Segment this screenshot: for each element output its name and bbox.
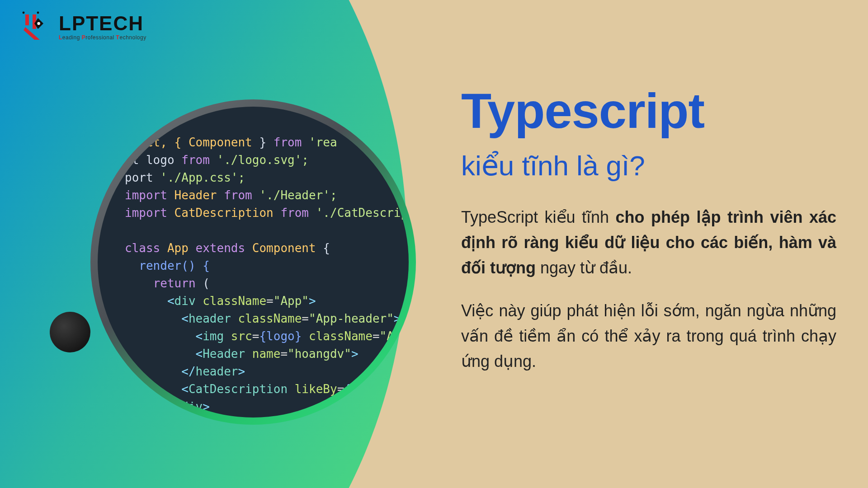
- decorative-dot: [50, 312, 90, 352]
- svg-point-5: [23, 12, 25, 14]
- paragraph-1: TypeScript kiểu tĩnh cho phép lập trình …: [461, 205, 836, 280]
- logo-text: LPTECH Leading Professional Technology: [59, 14, 146, 41]
- brand-logo: LPTECH Leading Professional Technology: [18, 9, 146, 45]
- heading-sub: kiểu tĩnh là gì?: [461, 149, 836, 182]
- brand-name: LPTECH: [59, 14, 146, 33]
- code-text: React, { Component } from 'rea rt logo f…: [125, 134, 395, 418]
- logo-icon: [18, 9, 54, 45]
- svg-point-4: [37, 22, 40, 25]
- paragraph-2: Việc này giúp phát hiện lỗi sớm, ngăn ng…: [461, 298, 836, 374]
- code-circle: React, { Component } from 'rea rt logo f…: [90, 99, 416, 425]
- text-content: Typescript kiểu tĩnh là gì? TypeScript k…: [461, 86, 836, 392]
- code-snippet: React, { Component } from 'rea rt logo f…: [98, 107, 409, 418]
- brand-tagline: Leading Professional Technology: [59, 34, 146, 41]
- svg-point-6: [37, 12, 39, 14]
- svg-marker-2: [24, 27, 40, 40]
- svg-marker-0: [25, 14, 29, 25]
- heading-main: Typescript: [461, 86, 836, 136]
